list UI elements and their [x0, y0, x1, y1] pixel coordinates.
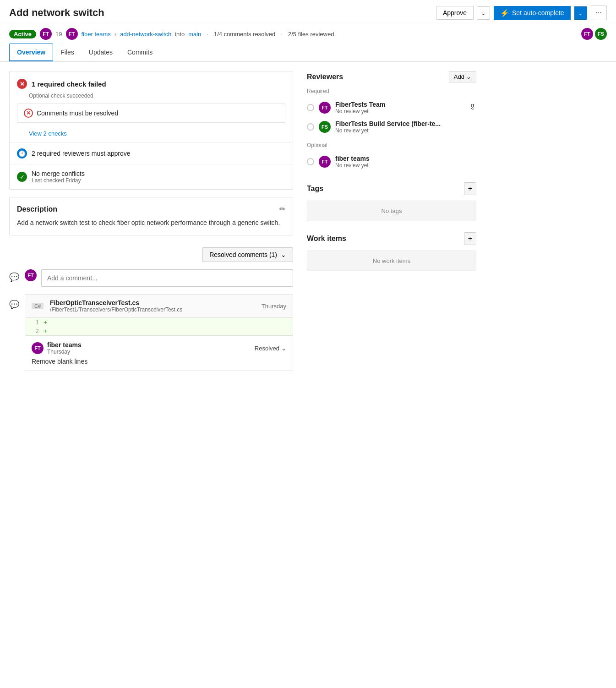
reviewers-must-approve-text: 2 required reviewers must approve	[32, 150, 131, 157]
comment-input-wrap	[41, 269, 293, 287]
line-content-1: +	[44, 319, 47, 326]
description-title: Description	[17, 205, 57, 213]
no-tags-message: No tags	[307, 201, 476, 221]
last-checked-text: Last checked Friday	[32, 177, 85, 184]
reviewer-name-2: FiberTests Build Service (fiber-te...	[335, 120, 441, 127]
reviewers-header: Reviewers Add ⌄	[307, 71, 476, 82]
error-outline-icon: ✕	[24, 109, 33, 118]
add-tag-button[interactable]: +	[464, 182, 476, 195]
checks-header-text: 1 required check failed	[32, 80, 106, 88]
author-link[interactable]: fiber teams	[82, 31, 111, 38]
reviewers-section: Reviewers Add ⌄ Required FT FiberTests T…	[307, 71, 476, 171]
diff-line-2: 2 +	[25, 327, 293, 335]
tab-commits[interactable]: Commits	[120, 44, 160, 61]
reviewer-info-1: FiberTests Team No review yet	[335, 101, 385, 115]
resolved-comments-button[interactable]: Resolved comments (1) ⌄	[202, 247, 293, 262]
tags-title: Tags	[307, 185, 323, 193]
commenter-avatar: FT	[25, 269, 37, 281]
reviewer-radio-1	[307, 104, 314, 111]
tab-overview[interactable]: Overview	[9, 44, 53, 61]
reviewer-name-1: FiberTests Team	[335, 101, 385, 108]
view-checks-link[interactable]: View 2 checks	[10, 127, 293, 142]
comments-resolved: 1/4 comments resolved	[214, 31, 275, 38]
diff-lines: 1 + 2 +	[25, 318, 293, 335]
file-name: FiberOpticTransceiverTest.cs	[50, 299, 139, 306]
merge-info: No merge conflicts Last checked Friday	[32, 170, 85, 184]
active-badge: Active	[9, 30, 36, 38]
set-autocomplete-button[interactable]: ⚡ Set auto-complete	[494, 6, 571, 20]
reviewers-title: Reviewers	[307, 73, 343, 81]
reviewer-avatar-optional: FT	[319, 156, 331, 168]
source-branch-link[interactable]: add-network-switch	[120, 31, 171, 38]
page-title: Add network switch	[9, 7, 104, 19]
notification-count: 19	[55, 31, 62, 38]
tab-updates[interactable]: Updates	[82, 44, 120, 61]
file-comment-block: C# FiberOpticTransceiverTest.cs /FiberTe…	[25, 294, 293, 371]
checks-card: ✕ 1 required check failed Optional check…	[9, 71, 293, 190]
resolved-dropdown[interactable]: Resolved ⌄	[255, 345, 286, 352]
author-avatar: FT	[66, 28, 78, 40]
dot-sep-2: ·	[281, 31, 283, 38]
approve-button[interactable]: Approve	[436, 6, 474, 20]
chevron-down-icon: ⌄	[466, 73, 471, 80]
user-avatars: FT FS	[581, 28, 607, 40]
tags-section: Tags + No tags	[307, 182, 476, 221]
line-content-2: +	[44, 328, 47, 334]
edit-description-button[interactable]: ✏	[279, 205, 285, 213]
tab-files[interactable]: Files	[53, 44, 82, 61]
file-comment-section: 💬 C# FiberOpticTransceiverTest.cs /Fiber…	[9, 294, 293, 376]
comments-check-row: ✕ Comments must be resolved	[17, 104, 285, 123]
add-reviewer-label: Add	[454, 73, 464, 80]
autocomplete-chevron-button[interactable]: ⌄	[574, 6, 587, 20]
autocomplete-icon: ⚡	[500, 9, 509, 17]
reviewer-row-buildservice: FS FiberTests Build Service (fiber-te...…	[307, 117, 476, 137]
work-items-title: Work items	[307, 235, 346, 243]
line-num-2: 2	[25, 328, 44, 334]
nav-tabs: Overview Files Updates Commits	[0, 44, 616, 62]
notification-avatar: FT	[40, 28, 52, 40]
reviewer-avatar-ft: FT	[319, 102, 331, 114]
checks-header: ✕ 1 required check failed	[10, 71, 293, 93]
reviewer-badge-icon: 🎖	[469, 104, 476, 112]
tags-header: Tags +	[307, 182, 476, 195]
reviewer-avatar-fs: FS	[319, 121, 331, 133]
file-comment-bubble-icon: 💬	[9, 300, 20, 310]
required-label: Required	[307, 88, 476, 94]
comment-user-block: FT fiber teams Thursday Resolved ⌄ Remov…	[25, 335, 293, 371]
add-reviewer-button[interactable]: Add ⌄	[449, 71, 476, 82]
comments-must-resolve-text: Comments must be resolved	[37, 109, 118, 117]
reviewer-status-2: No review yet	[335, 127, 441, 134]
reviewer-status-3: No review yet	[335, 162, 370, 169]
chevron-down-icon: ⌄	[578, 10, 583, 16]
commenter-name: fiber teams	[47, 341, 82, 349]
error-icon: ✕	[17, 79, 27, 89]
reviewer-info-3: fiber teams No review yet	[335, 155, 370, 169]
work-items-header: Work items +	[307, 232, 476, 245]
merge-check-row: ✓ No merge conflicts Last checked Friday	[10, 164, 293, 189]
resolved-comments-section: Resolved comments (1) ⌄	[9, 243, 293, 269]
right-panel: Reviewers Add ⌄ Required FT FiberTests T…	[307, 71, 476, 376]
top-bar: Add network switch Approve ⌄ ⚡ Set auto-…	[0, 0, 616, 24]
check-icon: ✓	[17, 172, 27, 182]
comment-input[interactable]	[41, 269, 293, 287]
more-options-button[interactable]: ···	[591, 5, 607, 20]
commenter-date: Thursday	[47, 349, 82, 355]
line-num-1: 1	[25, 319, 44, 326]
no-work-items-message: No work items	[307, 251, 476, 271]
target-branch-link[interactable]: main	[188, 31, 201, 38]
file-path: /FiberTest1/Transceivers/FiberOpticTrans…	[50, 306, 182, 313]
file-info: C# FiberOpticTransceiverTest.cs /FiberTe…	[32, 299, 182, 313]
files-reviewed: 2/5 files reviewed	[288, 31, 334, 38]
comment-avatar: FT	[32, 342, 44, 354]
add-comment-row: 💬 FT	[9, 269, 293, 287]
reviewer-name-3: fiber teams	[335, 155, 370, 162]
approve-chevron-button[interactable]: ⌄	[477, 6, 490, 20]
add-work-item-button[interactable]: +	[464, 232, 476, 245]
file-name-path: FiberOpticTransceiverTest.cs /FiberTest1…	[50, 299, 182, 313]
comment-bubble-icon: 💬	[9, 272, 20, 282]
file-date: Thursday	[262, 303, 286, 310]
description-header: Description ✏	[17, 205, 285, 213]
no-merge-text: No merge conflicts	[32, 170, 85, 177]
branch-arrow: ›	[114, 31, 116, 38]
commenter-details: fiber teams Thursday	[47, 341, 82, 355]
